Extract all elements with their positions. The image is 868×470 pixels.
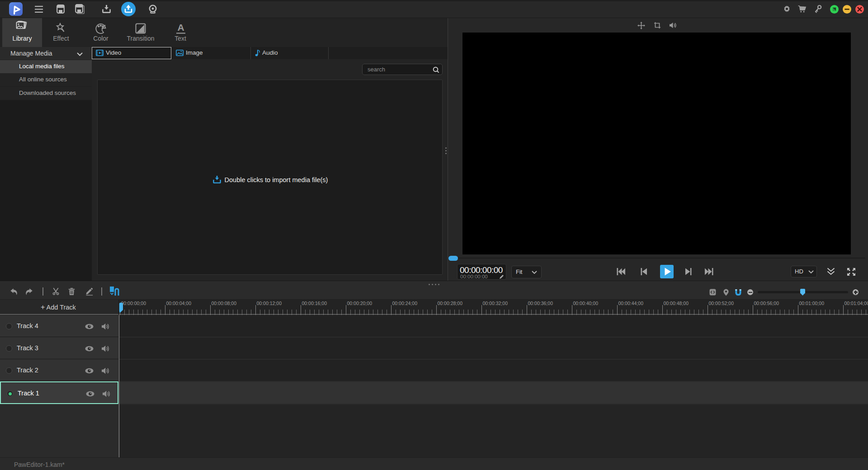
svg-text:A: A: [177, 22, 184, 33]
